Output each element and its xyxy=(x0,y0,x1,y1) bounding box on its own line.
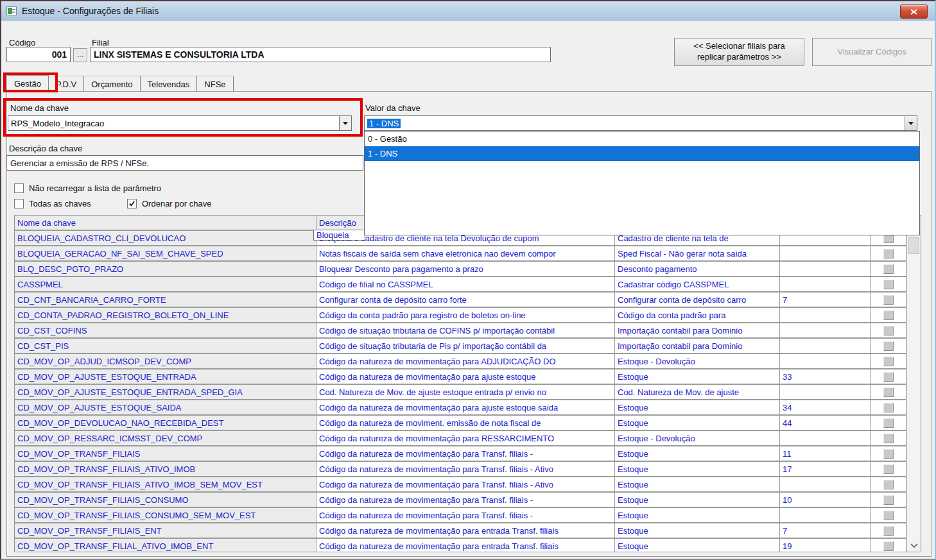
key-value-value: 1 - DNS xyxy=(367,119,401,128)
table-row[interactable]: CD_MOV_OP_AJUSTE_ESTOQUE_ENTRADA Código … xyxy=(15,369,921,385)
cell-flag xyxy=(871,446,906,462)
tab[interactable]: Televendas xyxy=(141,76,198,92)
table-row[interactable]: CD_MOV_OP_TRANSF_FILIAIS Código da natur… xyxy=(15,446,921,462)
table-row[interactable]: CD_CST_PIS Código de situação tributaria… xyxy=(15,339,921,354)
cell-key-name: CD_MOV_OP_RESSARC_ICMSST_DEV_COMP xyxy=(15,431,316,446)
chevron-down-icon[interactable] xyxy=(905,116,917,130)
cell-value: 33 xyxy=(780,369,871,385)
cell-value: 34 xyxy=(780,400,871,416)
scrollbar-thumb[interactable] xyxy=(908,237,919,254)
table-row[interactable]: CD_MOV_OP_RESSARC_ICMSST_DEV_COMP Código… xyxy=(15,431,921,446)
checkbox-no-reload[interactable]: Não recarregar a lista de parâmetro xyxy=(14,183,161,193)
table-row[interactable]: BLQ_DESC_PGTO_PRAZO Bloquear Desconto pa… xyxy=(15,262,921,277)
row-checkbox[interactable] xyxy=(883,464,894,474)
cell-flag xyxy=(871,385,906,400)
cell-flag xyxy=(871,277,906,293)
table-row[interactable]: CD_MOV_OP_TRANSF_FILIAIS_CONSUMO_SEM_MOV… xyxy=(15,508,921,523)
cell-short-description: Importação contabil para Dominio xyxy=(615,339,780,354)
row-checkbox[interactable] xyxy=(883,434,894,443)
table-row[interactable]: CD_MOV_OP_TRANSF_FILIAIS_ATIVO_IMOB Códi… xyxy=(15,462,921,477)
cell-flag xyxy=(871,477,906,493)
select-branches-button[interactable]: << Selecionar filiais para replicar parâ… xyxy=(674,38,804,66)
cell-short-description: Código da conta padrão para xyxy=(615,308,780,323)
row-checkbox[interactable] xyxy=(883,310,894,320)
cell-value xyxy=(780,385,871,400)
cell-description: Código da natureza de movimentação para … xyxy=(316,354,615,369)
table-row[interactable]: CD_MOV_OP_TRANSF_FILIAIS_CONSUMO Código … xyxy=(15,493,921,508)
cell-flag xyxy=(871,508,906,523)
key-value-combobox[interactable]: 1 - DNS xyxy=(364,115,917,131)
table-row[interactable]: CD_MOV_OP_AJUSTE_ESTOQUE_ENTRADA_SPED_GI… xyxy=(15,385,921,400)
cell-description: Código da natureza de movimentação para … xyxy=(316,446,615,462)
cell-flag xyxy=(871,293,906,308)
cell-description: Código da conta padrão para registro de … xyxy=(316,308,615,323)
cell-description: Código da natureza de movimentação para … xyxy=(316,462,615,477)
table-row[interactable]: CD_MOV_OP_DEVOLUCAO_NAO_RECEBIDA_DEST Có… xyxy=(15,416,921,431)
browse-button[interactable]: ... xyxy=(73,48,87,62)
row-checkbox[interactable] xyxy=(883,541,894,551)
table-row[interactable]: CD_MOV_OP_TRANSF_FILIAIS_ATIVO_IMOB_SEM_… xyxy=(15,477,921,493)
dropdown-option[interactable]: 1 - DNS xyxy=(365,146,919,161)
cell-key-name: CD_MOV_OP_AJUSTE_ESTOQUE_ENTRADA xyxy=(15,369,316,385)
codigo-field[interactable]: 001 xyxy=(6,47,71,62)
cell-short-description: Configurar conta de depósito carro xyxy=(615,293,780,308)
table-row[interactable]: CD_CNT_BANCARIA_CARRO_FORTE Configurar c… xyxy=(15,293,921,308)
cell-flag xyxy=(871,431,906,446)
row-checkbox[interactable] xyxy=(883,341,894,351)
column-header-key[interactable]: Nome da chave xyxy=(15,216,316,231)
row-checkbox[interactable] xyxy=(883,264,894,274)
cell-description: Cod. Natureza de Mov. de ajuste estoque … xyxy=(316,385,615,400)
cell-description: Código da natureza de movimentação para … xyxy=(316,477,615,493)
table-row[interactable]: CD_CONTA_PADRAO_REGISTRO_BOLETO_ON_LINE … xyxy=(15,308,921,323)
cell-short-description: Estoque xyxy=(615,416,780,431)
cell-short-description: Desconto pagamento xyxy=(615,262,780,277)
window-title: Estoque - Configurações de Filiais xyxy=(22,6,159,16)
row-checkbox[interactable] xyxy=(883,480,894,489)
row-checkbox[interactable] xyxy=(883,511,894,520)
row-checkbox[interactable] xyxy=(883,326,894,335)
row-checkbox[interactable] xyxy=(883,403,894,412)
row-checkbox[interactable] xyxy=(883,526,894,536)
row-checkbox[interactable] xyxy=(883,280,894,289)
annotation-box-gestao-tab xyxy=(3,72,58,92)
key-description-field[interactable]: Gerenciar a emissão de RPS / NFSe. xyxy=(6,155,363,171)
checkbox-all-keys[interactable]: Todas as chaves xyxy=(14,199,91,208)
row-checkbox[interactable] xyxy=(883,249,894,259)
checkbox-icon xyxy=(14,199,24,208)
table-row[interactable]: CD_MOV_OP_TRANSF_FILIAIS_ENT Código da n… xyxy=(15,523,921,539)
scroll-down-icon[interactable] xyxy=(907,539,921,552)
cell-key-name: CD_CONTA_PADRAO_REGISTRO_BOLETO_ON_LINE xyxy=(15,308,316,323)
cell-description: Código da natureza de movimentação para … xyxy=(316,493,615,508)
table-row[interactable]: CD_MOV_OP_ADJUD_ICMSOP_DEV_COMP Código d… xyxy=(15,354,921,369)
cell-value: 10 xyxy=(780,493,871,508)
row-checkbox[interactable] xyxy=(883,295,894,305)
row-checkbox[interactable] xyxy=(883,387,894,397)
row-checkbox[interactable] xyxy=(883,495,894,505)
dropdown-option[interactable]: 0 - Gestão xyxy=(365,132,919,146)
cell-short-description: Estoque xyxy=(615,508,780,523)
vertical-scrollbar[interactable] xyxy=(906,216,921,552)
table-row[interactable]: CASSPMEL Código de filial no CASSPMEL Ca… xyxy=(15,277,921,293)
cell-value: 17 xyxy=(780,462,871,477)
row-checkbox[interactable] xyxy=(883,418,894,428)
checkbox-order-by-key[interactable]: Ordenar por chave xyxy=(127,199,211,208)
tab[interactable]: Orçamento xyxy=(84,76,140,92)
tab[interactable]: NFSe xyxy=(197,76,233,92)
filial-label: Filial xyxy=(92,38,109,47)
table-row[interactable]: BLOQUEIA_GERACAO_NF_SAI_SEM_CHAVE_SPED N… xyxy=(15,246,921,262)
cell-value: 19 xyxy=(780,539,871,552)
row-checkbox[interactable] xyxy=(883,357,894,366)
cell-description: Código da natureza de movimentação para … xyxy=(316,508,615,523)
table-row[interactable]: CD_MOV_OP_TRANSF_FILIAL_ATIVO_IMOB_ENT C… xyxy=(15,539,921,552)
cell-key-name: CD_MOV_OP_TRANSF_FILIAIS_CONSUMO xyxy=(15,493,316,508)
cell-value xyxy=(780,323,871,339)
cell-short-description: Estoque xyxy=(615,523,780,539)
table-row[interactable]: CD_MOV_OP_AJUSTE_ESTOQUE_SAIDA Código da… xyxy=(15,400,921,416)
close-button[interactable] xyxy=(900,4,928,19)
row-checkbox[interactable] xyxy=(883,449,894,459)
row-checkbox[interactable] xyxy=(883,372,894,382)
cell-description: Configurar conta de depósito carro forte xyxy=(316,293,615,308)
view-codes-button: Visualizar Códigos xyxy=(812,38,932,66)
table-row[interactable]: CD_CST_COFINS Código de situação tributa… xyxy=(15,323,921,339)
filial-field[interactable]: LINX SISTEMAS E CONSULTORIA LTDA xyxy=(90,47,551,62)
